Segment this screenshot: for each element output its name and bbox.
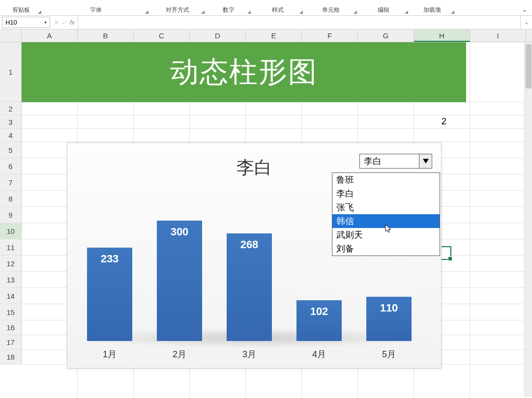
row-header[interactable]: 14 xyxy=(0,288,22,304)
title-banner: 动态柱形图 xyxy=(22,42,466,102)
accept-icon[interactable]: ✓ xyxy=(61,19,67,26)
ribbon-group-label: 样式 xyxy=(272,6,284,13)
chart-bar[interactable]: 233 xyxy=(87,248,132,341)
row-header[interactable]: 1 xyxy=(0,42,22,102)
row-header[interactable]: 6 xyxy=(0,158,22,174)
grid: 123456789101112131415161718 动态柱形图 2 李白 李… xyxy=(0,42,532,397)
bar-value: 233 xyxy=(101,253,119,265)
bar-value: 102 xyxy=(310,305,328,318)
formula-expand-icon[interactable]: ⌄ xyxy=(520,16,532,29)
dialog-launcher-icon[interactable]: ◢ xyxy=(451,9,454,14)
ribbon-group-label: 单元格 xyxy=(322,6,340,13)
row-header[interactable]: 15 xyxy=(0,304,22,320)
row-header[interactable]: 12 xyxy=(0,256,22,272)
fx-icon[interactable]: fx xyxy=(70,19,75,26)
row-header[interactable]: 4 xyxy=(0,129,22,142)
triangle-down-icon xyxy=(423,159,429,164)
dialog-launcher-icon[interactable]: ◢ xyxy=(405,9,408,14)
column-header[interactable]: I xyxy=(470,29,526,42)
formula-bar: H10 ▾ ✕ ✓ fx ⌄ xyxy=(0,16,532,29)
ribbon-collapse-icon[interactable]: ⌄ xyxy=(517,5,532,15)
dropdown-arrow-button[interactable] xyxy=(419,154,432,168)
chart-plot-area: 233300268102110 xyxy=(82,197,426,341)
column-header[interactable]: C xyxy=(134,29,190,42)
column-header[interactable]: H xyxy=(414,29,470,42)
dropdown-option[interactable]: 鲁班 xyxy=(332,173,440,187)
ribbon-group[interactable]: 加载项◢ xyxy=(409,6,455,15)
ribbon-group[interactable]: 数字◢ xyxy=(206,6,252,15)
column-header[interactable]: B xyxy=(78,29,134,42)
column-header[interactable]: F xyxy=(302,29,358,42)
row-header[interactable]: 9 xyxy=(0,207,22,223)
row-header[interactable]: 10 xyxy=(0,223,22,239)
svg-marker-0 xyxy=(423,159,429,164)
dialog-launcher-icon[interactable]: ◢ xyxy=(299,9,303,14)
row-header[interactable]: 8 xyxy=(0,191,22,207)
ribbon-group[interactable]: 对齐方式◢ xyxy=(149,6,206,15)
chart-bar[interactable]: 110 xyxy=(366,297,412,341)
ribbon-group-label: 对齐方式 xyxy=(166,6,189,13)
row-header[interactable]: 5 xyxy=(0,142,22,158)
x-axis-label: 4月 xyxy=(296,348,342,360)
row-header[interactable]: 18 xyxy=(0,350,22,365)
ribbon-group-label: 剪贴板 xyxy=(12,6,30,13)
column-header[interactable]: A xyxy=(22,29,78,42)
ribbon-group[interactable]: 剪贴板◢ xyxy=(0,6,42,15)
ribbon-group[interactable]: 单元格◢ xyxy=(304,6,358,15)
column-header[interactable]: E xyxy=(246,29,302,42)
x-axis-label: 3月 xyxy=(227,348,272,360)
ribbon-group-label: 数字 xyxy=(223,6,235,13)
column-header[interactable]: D xyxy=(190,29,246,42)
bar-value: 268 xyxy=(240,238,259,251)
row-header[interactable]: 7 xyxy=(0,174,22,191)
row-header[interactable]: 13 xyxy=(0,272,22,288)
ribbon: 剪贴板◢字体◢对齐方式◢数字◢样式◢单元格◢编辑◢加载项◢⌄ xyxy=(0,0,532,16)
column-headers: ABCDEFGHI xyxy=(0,29,532,42)
banner-title: 动态柱形图 xyxy=(170,53,318,91)
dialog-launcher-icon[interactable]: ◢ xyxy=(201,9,205,14)
dialog-launcher-icon[interactable]: ◢ xyxy=(145,9,148,14)
bar-value: 300 xyxy=(171,226,189,238)
row-headers: 123456789101112131415161718 xyxy=(0,42,22,365)
row-header[interactable]: 17 xyxy=(0,335,22,350)
scrollbar-thumb[interactable] xyxy=(526,44,532,88)
row-header[interactable]: 2 xyxy=(0,102,22,115)
dialog-launcher-icon[interactable]: ◢ xyxy=(247,9,251,14)
select-all-corner[interactable] xyxy=(0,29,22,42)
chart[interactable]: 李白 李白 鲁班李白张飞韩信武则天刘备 233300268102110 1月2月… xyxy=(67,142,442,369)
name-box-value: H10 xyxy=(5,19,17,26)
ribbon-group-label: 编辑 xyxy=(378,6,389,13)
dialog-launcher-icon[interactable]: ◢ xyxy=(354,9,357,14)
name-box[interactable]: H10 ▾ xyxy=(2,17,50,28)
x-axis-label: 5月 xyxy=(366,348,412,360)
column-header[interactable]: G xyxy=(358,29,414,42)
row-header[interactable]: 3 xyxy=(0,115,22,129)
ribbon-group-label: 加载项 xyxy=(423,6,441,13)
cell-h3: 2 xyxy=(395,115,449,128)
cancel-icon[interactable]: ✕ xyxy=(53,19,59,26)
ribbon-group-label: 字体 xyxy=(90,6,102,13)
formula-buttons: ✕ ✓ fx xyxy=(50,16,78,29)
series-dropdown[interactable]: 李白 xyxy=(359,154,432,169)
chart-bar[interactable]: 102 xyxy=(296,300,342,341)
dropdown-selected: 李白 xyxy=(360,155,419,167)
chevron-down-icon[interactable]: ▾ xyxy=(44,20,47,25)
chart-bar[interactable]: 300 xyxy=(157,221,202,341)
ribbon-group[interactable]: 编辑◢ xyxy=(358,6,409,15)
x-axis-label: 2月 xyxy=(157,348,202,360)
ribbon-group[interactable]: 样式◢ xyxy=(252,6,304,15)
dialog-launcher-icon[interactable]: ◢ xyxy=(38,9,41,14)
row-header[interactable]: 11 xyxy=(0,239,22,256)
formula-input[interactable] xyxy=(78,16,520,29)
vertical-scrollbar[interactable] xyxy=(524,42,532,397)
ribbon-group[interactable]: 字体◢ xyxy=(42,6,149,15)
chart-bar[interactable]: 268 xyxy=(227,233,272,341)
bar-value: 110 xyxy=(380,302,398,314)
row-header[interactable]: 16 xyxy=(0,320,22,335)
x-axis-label: 1月 xyxy=(87,348,132,360)
